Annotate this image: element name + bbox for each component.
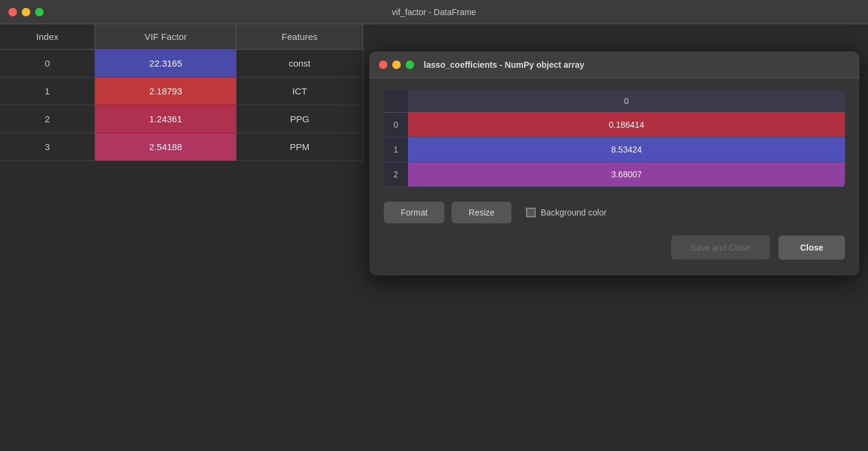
table-row: 2 1.24361 PPG	[0, 105, 363, 133]
numpy-table: 0 0 0.186414 1 8.53424 2 3.68007	[384, 90, 845, 187]
maximize-button-main[interactable]	[35, 8, 44, 16]
minimize-button-main[interactable]	[22, 8, 30, 16]
title-bar: vif_factor - DataFrame	[0, 0, 868, 24]
close-button[interactable]: Close	[778, 235, 845, 260]
col-header-vif: VIF Factor	[95, 24, 237, 50]
dialog-minimize-light[interactable]	[392, 61, 401, 69]
numpy-row-0-value: 0.186414	[408, 113, 845, 137]
dialog-maximize-light[interactable]	[406, 61, 414, 69]
numpy-dialog: lasso_coefficients - NumPy object array …	[369, 51, 860, 275]
table-row: 3 2.54188 PPM	[0, 133, 363, 161]
save-close-button[interactable]: Save and Close	[671, 235, 770, 260]
row-1-index: 1	[0, 77, 95, 105]
dialog-title-bar: lasso_coefficients - NumPy object array	[369, 51, 860, 78]
row-2-index: 2	[0, 105, 95, 133]
numpy-row-1-value: 8.53424	[408, 137, 845, 162]
row-3-vif: 2.54188	[95, 133, 237, 161]
numpy-row: 1 8.53424	[384, 137, 845, 162]
col-header-features: Features	[236, 24, 363, 50]
table-row: 0 22.3165 const	[0, 50, 363, 77]
numpy-row-2-index: 2	[384, 162, 408, 187]
dialog-format-row: Format Resize Background color	[384, 202, 845, 223]
bg-color-checkbox[interactable]	[526, 208, 536, 217]
dialog-close-light[interactable]	[379, 61, 387, 69]
numpy-table-wrapper: 0 0 0.186414 1 8.53424 2 3.68007	[384, 90, 845, 187]
table-row: 1 2.18793 ICT	[0, 77, 363, 105]
dialog-body: 0 0 0.186414 1 8.53424 2 3.68007	[369, 78, 860, 275]
row-0-feature: const	[236, 50, 363, 77]
row-2-feature: PPG	[236, 105, 363, 133]
numpy-row: 2 3.68007	[384, 162, 845, 187]
numpy-row-0-index: 0	[384, 113, 408, 137]
numpy-row-1-index: 1	[384, 137, 408, 162]
bg-color-option: Background color	[526, 208, 607, 217]
dataframe-panel: Index VIF Factor Features 0 22.3165 cons…	[0, 24, 363, 451]
close-button-main[interactable]	[8, 8, 17, 16]
traffic-lights	[8, 8, 44, 16]
dialog-actions-row: Save and Close Close	[384, 235, 845, 263]
row-3-feature: PPM	[236, 133, 363, 161]
numpy-row-2-value: 3.68007	[408, 162, 845, 187]
numpy-index-spacer	[384, 90, 408, 113]
dialog-title: lasso_coefficients - NumPy object array	[424, 60, 584, 70]
numpy-row: 0 0.186414	[384, 113, 845, 137]
format-button[interactable]: Format	[384, 202, 444, 223]
resize-button[interactable]: Resize	[452, 202, 511, 223]
row-1-vif: 2.18793	[95, 77, 237, 105]
dialog-traffic-lights	[379, 61, 414, 69]
dataframe-table: Index VIF Factor Features 0 22.3165 cons…	[0, 24, 363, 161]
row-2-vif: 1.24361	[95, 105, 237, 133]
bg-color-label: Background color	[541, 208, 607, 217]
col-header-index: Index	[0, 24, 95, 50]
row-1-feature: ICT	[236, 77, 363, 105]
row-0-index: 0	[0, 50, 95, 77]
window-title: vif_factor - DataFrame	[392, 7, 476, 17]
numpy-col-0-header: 0	[408, 90, 845, 113]
row-0-vif: 22.3165	[95, 50, 237, 77]
row-3-index: 3	[0, 133, 95, 161]
